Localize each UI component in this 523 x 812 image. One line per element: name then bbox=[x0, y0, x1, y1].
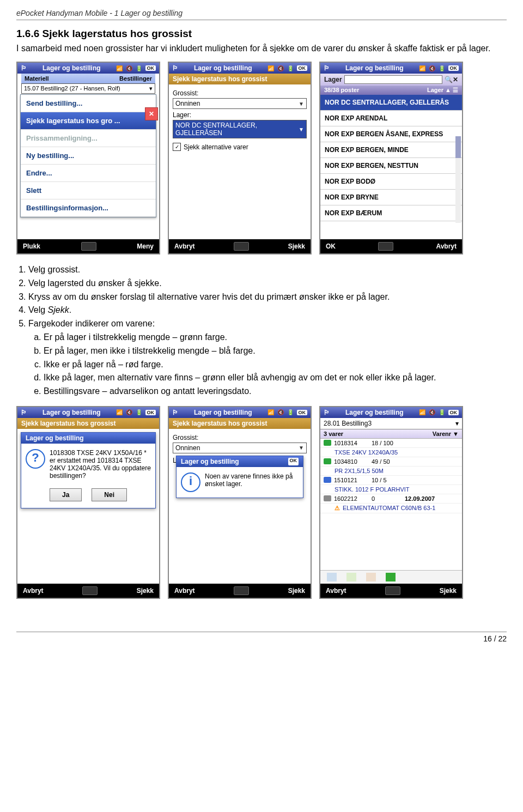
flag-icon: 🏳 bbox=[172, 64, 179, 72]
truck-icon bbox=[324, 495, 331, 501]
menu-slett[interactable]: Slett bbox=[21, 182, 156, 199]
nei-button[interactable]: Nei bbox=[92, 488, 127, 501]
keyboard-icon[interactable] bbox=[234, 586, 249, 595]
menu-endre[interactable]: Endre... bbox=[21, 165, 156, 182]
close-icon[interactable]: ✕ bbox=[453, 76, 458, 83]
step-2: Velg lagersted du ønsker å sjekke. bbox=[28, 278, 507, 289]
volume-icon: 🔇 bbox=[126, 409, 132, 415]
lager-list-row[interactable]: NOR EXP BERGEN, NESTTUN bbox=[320, 158, 462, 174]
plukk-button[interactable]: Plukk bbox=[23, 243, 40, 250]
avbryt-button[interactable]: Avbryt bbox=[23, 587, 44, 595]
order-item-row[interactable]: 1602212012.09.2007 bbox=[320, 494, 462, 504]
screenshot-row-2: 🏳 Lager og bestilling 📶 🔇 🔋 OK Sjekk lag… bbox=[16, 406, 507, 599]
step-4: Velg Sjekk. bbox=[28, 305, 507, 316]
ok-badge[interactable]: OK bbox=[145, 410, 156, 415]
lager-list-row[interactable]: NOR EXP BRYNE bbox=[320, 190, 462, 205]
tool-icon-1[interactable] bbox=[327, 573, 337, 581]
truck-icon bbox=[324, 458, 331, 464]
avbryt-button[interactable]: Avbryt bbox=[174, 587, 195, 595]
lager-list-row[interactable]: NOR DC SENTRALLAGER, GJELLERÅS bbox=[320, 95, 462, 111]
avbryt-button[interactable]: Avbryt bbox=[174, 243, 195, 250]
dialog-ok-button[interactable]: OK bbox=[288, 458, 299, 465]
checkbox-icon[interactable]: ✓ bbox=[173, 143, 181, 151]
order-item-desc: ⚠ ELEMENTAUTOMAT C60N/B 63-1 bbox=[320, 504, 462, 513]
sort-indicator[interactable]: Varenr ▼ bbox=[433, 431, 459, 437]
lager-combo[interactable]: NOR DC SENTRALLAGER, GJELLERÅSEN ▼ bbox=[173, 120, 307, 138]
lager-list-row[interactable]: NOR EXP BÆRUM bbox=[320, 205, 462, 221]
ok-badge[interactable]: OK bbox=[297, 65, 308, 71]
sort-indicator[interactable]: Lager ▲ bbox=[427, 87, 451, 93]
close-icon[interactable]: ✕ bbox=[145, 107, 158, 120]
battery-icon: 🔋 bbox=[439, 65, 445, 71]
lager-list-row[interactable]: NOR EXP BERGEN ÅSANE, EXPRESS bbox=[320, 126, 462, 142]
grossist-label: Grossist: bbox=[173, 89, 307, 97]
truck-icon[interactable] bbox=[386, 573, 396, 581]
dialog-title: Lager og bestilling bbox=[26, 434, 84, 442]
meny-button[interactable]: Meny bbox=[137, 243, 154, 250]
item-code: 1602212 bbox=[334, 495, 369, 502]
intro-paragraph: I samarbeid med noen grossister har vi i… bbox=[16, 43, 507, 54]
grossist-combo[interactable]: Onninen ▼ bbox=[173, 98, 307, 109]
step-3: Kryss av om du ønsker forslag til altern… bbox=[28, 292, 507, 303]
tab-bestillinger[interactable]: Bestillinger bbox=[53, 75, 152, 82]
flag-icon: 🏳 bbox=[324, 64, 330, 72]
ja-button[interactable]: Ja bbox=[50, 488, 82, 501]
grossist-combo[interactable]: Onninen ▼ bbox=[173, 443, 307, 453]
sjekk-button[interactable]: Sjekk bbox=[137, 587, 154, 595]
ok-badge[interactable]: OK bbox=[448, 410, 459, 415]
signal-icon: 📶 bbox=[419, 409, 425, 415]
item-code: 1018314 bbox=[334, 440, 369, 446]
avbryt-button[interactable]: Avbryt bbox=[326, 587, 346, 595]
ok-badge[interactable]: OK bbox=[145, 65, 156, 71]
menu-send-bestilling[interactable]: Send bestilling... bbox=[21, 95, 156, 112]
ok-badge[interactable]: OK bbox=[297, 410, 308, 415]
dialog-text: Noen av varene finnes ikke på ønsket lag… bbox=[205, 472, 299, 492]
ok-button[interactable]: OK bbox=[326, 243, 336, 250]
lager-search-input[interactable] bbox=[344, 75, 442, 84]
tool-icon-3[interactable] bbox=[366, 573, 376, 581]
sjekk-button[interactable]: Sjekk bbox=[288, 243, 305, 250]
chevron-down-icon: ▼ bbox=[299, 101, 304, 107]
order-header[interactable]: 28.01 Bestilling3 ▾ bbox=[320, 418, 462, 429]
lager-label: Lager bbox=[324, 76, 342, 83]
signal-icon: 📶 bbox=[419, 65, 425, 71]
menu-sjekk-lagerstatus[interactable]: Sjekk lagerstatus hos gro ... bbox=[21, 112, 156, 130]
step-5b: Er på lager, men ikke i tilstrekkelig me… bbox=[44, 346, 507, 357]
sjekk-button[interactable]: Sjekk bbox=[440, 587, 457, 595]
tab-materiell[interactable]: Materiell bbox=[25, 75, 49, 82]
keyboard-icon[interactable] bbox=[378, 242, 393, 251]
page-number: 16 / 22 bbox=[16, 632, 507, 645]
order-item-row[interactable]: 103481049 / 50 bbox=[320, 457, 462, 466]
list-view-icon[interactable]: ☰ bbox=[453, 87, 458, 93]
footer-bar: Plukk Meny bbox=[17, 239, 159, 253]
info-dialog: Lager og bestilling OK i Noen av varene … bbox=[176, 456, 303, 498]
footer-bar: Avbryt Sjekk bbox=[169, 584, 311, 598]
battery-icon: 🔋 bbox=[287, 65, 294, 71]
menu-prissammenligning: Prissammenligning... bbox=[21, 130, 156, 147]
item-count: 3 varer bbox=[324, 431, 343, 437]
item-qty: 10 / 5 bbox=[372, 477, 402, 483]
app-title: Lager og bestilling bbox=[42, 64, 101, 72]
ok-badge[interactable]: OK bbox=[448, 65, 459, 71]
battery-icon: 🔋 bbox=[439, 409, 445, 415]
alt-varer-checkbox-row[interactable]: ✓ Sjekk alternative varer bbox=[173, 143, 307, 151]
menu-ny-bestilling[interactable]: Ny bestilling... bbox=[21, 147, 156, 165]
keyboard-icon[interactable] bbox=[82, 586, 98, 595]
search-icon[interactable]: 🔍 bbox=[445, 76, 453, 83]
menu-bestillingsinfo[interactable]: Bestillingsinformasjon... bbox=[21, 199, 156, 217]
flag-icon: 🏳 bbox=[172, 409, 179, 416]
scrollbar[interactable] bbox=[455, 136, 461, 223]
lager-list-row[interactable]: NOR EXP BODØ bbox=[320, 174, 462, 190]
keyboard-icon[interactable] bbox=[81, 242, 96, 251]
order-dropdown[interactable]: 15.07 Bestilling2 (27 - Hansen, Rolf)▾ bbox=[21, 83, 155, 94]
avbryt-button[interactable]: Avbryt bbox=[436, 243, 457, 250]
lager-list-row[interactable]: NOR EXP ARENDAL bbox=[320, 111, 462, 126]
sjekk-button[interactable]: Sjekk bbox=[288, 587, 305, 595]
keyboard-icon[interactable] bbox=[385, 586, 400, 595]
page-footer: 16 / 22 bbox=[16, 632, 507, 645]
keyboard-icon[interactable] bbox=[234, 242, 249, 251]
lager-list-row[interactable]: NOR EXP BERGEN, MINDE bbox=[320, 142, 462, 158]
order-item-row[interactable]: 101831418 / 100 bbox=[320, 439, 462, 448]
order-item-row[interactable]: 151012110 / 5 bbox=[320, 476, 462, 485]
tool-icon-2[interactable] bbox=[346, 573, 356, 581]
